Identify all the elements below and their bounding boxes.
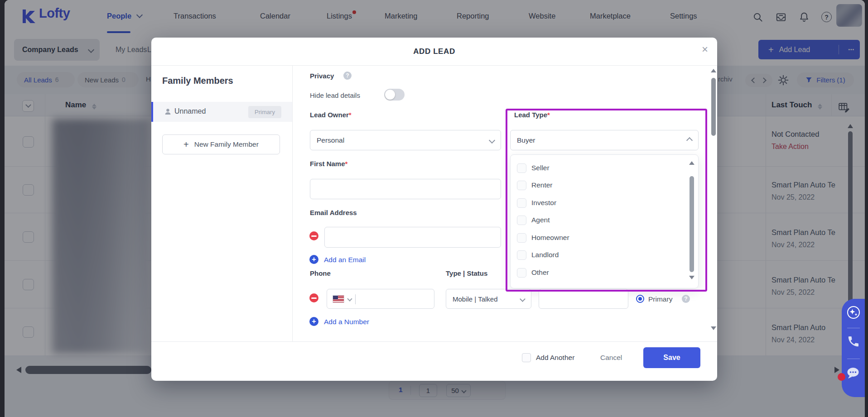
phone-call-icon[interactable] <box>847 335 860 350</box>
active-indicator <box>151 102 153 122</box>
modal-scroll-down-arrow[interactable] <box>711 326 716 330</box>
email-label: Email Address <box>310 209 357 216</box>
chat-icon[interactable] <box>846 367 861 382</box>
phone-label: Phone <box>310 269 331 277</box>
save-button[interactable]: Save <box>643 347 700 368</box>
type-status-label: Type | Status <box>446 269 487 277</box>
privacy-help-icon[interactable]: ? <box>343 72 352 80</box>
add-number-link[interactable]: Add a Number <box>324 318 369 326</box>
modal-scrollbar-thumb[interactable] <box>711 78 716 136</box>
type-status-select[interactable]: Mobile | Talked <box>446 289 531 309</box>
add-another-label[interactable]: Add Another <box>536 354 574 362</box>
remove-phone-icon[interactable] <box>309 293 318 302</box>
modal-title: ADD LEAD <box>151 38 717 65</box>
dock-divider <box>847 328 860 328</box>
hide-lead-details-toggle[interactable] <box>384 89 405 101</box>
primary-radio[interactable] <box>636 295 644 303</box>
text-caret <box>355 294 356 304</box>
chat-badge-dot <box>838 373 845 381</box>
privacy-label: Privacy <box>310 72 334 80</box>
lead-owner-label: Lead Owner* <box>310 111 352 119</box>
lead-type-highlight-box <box>506 109 707 292</box>
primary-badge: Primary <box>248 106 281 118</box>
add-email-icon[interactable]: + <box>309 255 318 264</box>
first-name-label: First Name* <box>310 160 347 168</box>
add-email-link[interactable]: Add an Email <box>324 256 366 264</box>
family-member-item[interactable]: Unnamed Primary <box>151 102 292 122</box>
family-members-heading: Family Members <box>162 76 233 86</box>
floating-action-dock <box>842 299 865 397</box>
primary-label: Primary <box>648 295 672 303</box>
dock-divider <box>847 359 860 359</box>
primary-help-icon[interactable]: ? <box>682 295 690 303</box>
member-name: Unnamed <box>174 107 206 115</box>
ai-assistant-icon[interactable] <box>845 304 862 322</box>
chevron-down-icon <box>520 296 526 302</box>
lead-owner-select[interactable]: Personal <box>310 130 501 150</box>
phone-extra-input[interactable] <box>539 289 628 309</box>
email-input[interactable] <box>324 227 501 248</box>
phone-input[interactable] <box>327 289 434 309</box>
us-flag-icon[interactable] <box>333 295 344 303</box>
close-icon[interactable]: × <box>702 44 708 55</box>
cancel-button[interactable]: Cancel <box>600 354 622 362</box>
modal-scroll-up-arrow[interactable] <box>711 69 716 72</box>
remove-email-icon[interactable] <box>309 231 318 240</box>
first-name-input[interactable] <box>310 179 501 199</box>
new-family-member-button[interactable]: + New Family Member <box>162 134 280 154</box>
person-icon <box>164 108 172 117</box>
chevron-down-icon <box>347 296 352 301</box>
add-number-icon[interactable]: + <box>309 317 318 326</box>
add-another-checkbox[interactable] <box>522 353 531 362</box>
chevron-down-icon <box>489 137 495 143</box>
hide-lead-details-label: Hide lead details <box>310 91 360 99</box>
